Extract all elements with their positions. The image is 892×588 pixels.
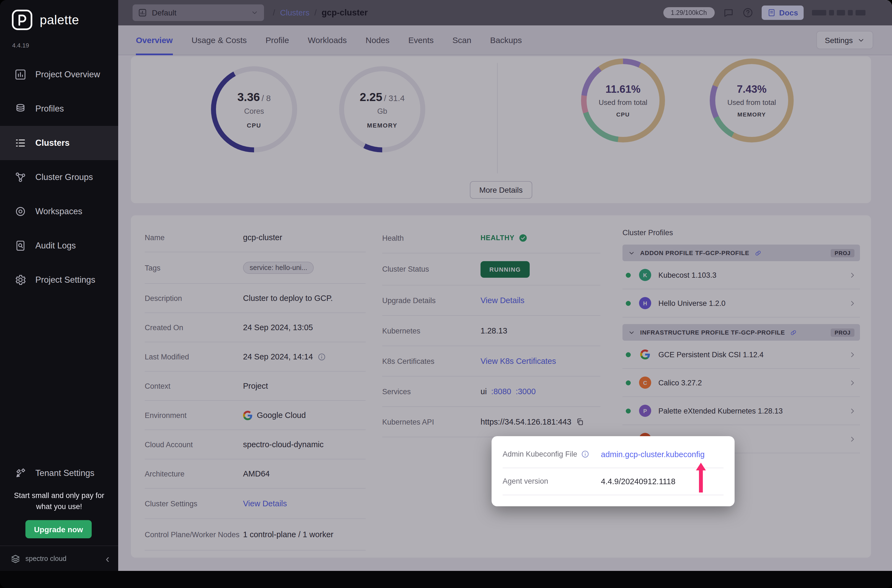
upgrade-view-details-link[interactable]: View Details [481,296,524,305]
spectro-cloud-label: spectro cloud [26,555,66,562]
sidebar-item-project-settings[interactable]: Project Settings [0,263,118,297]
sidebar-item-label: Project Overview [35,70,100,80]
upgrade-promo-text: Start small and only pay for what you us… [9,490,109,512]
upgrade-now-button[interactable]: Upgrade now [26,520,92,538]
field-value: Google Cloud [257,411,306,420]
check-circle-icon [518,234,527,242]
pack-status-dot [626,380,631,385]
admin-kubeconfig-download-link[interactable]: admin.gcp-cluster.kubeconfig [601,450,705,459]
sidebar-item-project-overview[interactable]: Project Overview [0,57,118,92]
tab-profile[interactable]: Profile [266,25,289,55]
row-services: Services ui :8080 :3000 [382,376,601,407]
pink-arrow-pointer [695,462,707,496]
profile-pack-gce-persistent-disk[interactable]: GCE Persistent Disk CSI 1.12.4 [622,340,860,369]
top-header-bar: Default / Clusters / gcp-cluster 1.29/10… [118,0,892,26]
sidebar-item-label: Cluster Groups [35,172,93,182]
infrastructure-profile-group-header[interactable]: INFRASTRUCTURE PROFILE TF-GCP-PROFILE PR… [622,324,860,340]
row-cloud-account: Cloud Account spectro-cloud-dynamic [145,430,366,459]
sidebar-item-label: Workspaces [35,207,82,216]
tab-usage-costs[interactable]: Usage & Costs [191,25,246,55]
profile-pack-calico[interactable]: C Calico 3.27.2 [622,369,860,397]
nodes-icon [14,171,27,183]
row-tags: Tags service: hello-uni... [145,252,366,284]
hello-universe-icon: H [639,297,651,309]
info-icon[interactable] [317,352,326,361]
tab-workloads[interactable]: Workloads [308,25,347,55]
field-label: Name [145,233,243,242]
running-status-badge[interactable]: RUNNING [481,261,530,278]
help-icon[interactable] [742,7,753,18]
service-port-3000-link[interactable]: :3000 [516,387,536,396]
sidebar-item-workspaces[interactable]: Workspaces [0,194,118,229]
tab-scan[interactable]: Scan [452,25,471,55]
row-upgrade-details: Upgrade Details View Details [382,285,601,316]
field-label: Tags [145,264,243,272]
sidebar-item-tenant-settings[interactable]: Tenant Settings [0,456,118,490]
palette-app-window: palette 4.4.19 Project Overview Profiles… [0,0,892,588]
sidebar-item-clusters[interactable]: Clusters [0,126,118,160]
link-icon [790,329,797,336]
field-label: Services [382,387,481,396]
field-label: Upgrade Details [382,296,481,304]
row-kubernetes: Kubernetes 1.28.13 [382,316,601,346]
field-value: AMD64 [243,469,270,478]
row-environment: Environment Google Cloud [145,401,366,430]
palette-logo-icon [11,9,33,31]
profile-pack-hello-universe[interactable]: H Hello Universe 1.2.0 [622,289,860,318]
field-label: Created On [145,323,243,332]
field-label: Admin Kubeconfig File [503,450,577,458]
field-label: Context [145,382,243,390]
sidebar-item-profiles[interactable]: Profiles [0,92,118,126]
addon-profile-group-header[interactable]: ADDON PROFILE TF-GCP-PROFILE PROJ [622,244,860,261]
docs-icon [767,8,776,17]
memory-donut-label: MEMORY [737,111,766,118]
profile-pack-kubecost[interactable]: K Kubecost 1.103.3 [622,261,860,289]
sidebar-item-cluster-groups[interactable]: Cluster Groups [0,160,118,194]
row-k8s-certificates: K8s Certificates View K8s Certificates [382,346,601,376]
memory-used-value: 2.25 [360,90,383,103]
gear-icon [14,274,27,286]
field-label: Control Plane/Worker Nodes [145,530,243,538]
cluster-tabs: Overview Usage & Costs Profile Workloads… [118,26,892,55]
collapse-sidebar-icon[interactable]: ‹ [106,553,110,564]
settings-button[interactable]: Settings [817,31,873,49]
more-details-button[interactable]: More Details [470,181,532,199]
agent-version-value: 4.4.9/20240912.1118 [601,477,676,486]
tab-nodes[interactable]: Nodes [366,25,390,55]
field-label: Kubernetes API [382,418,481,426]
row-context: Context Project [145,372,366,401]
chevron-right-icon [848,299,857,307]
tab-backups[interactable]: Backups [490,25,522,55]
pack-name: Hello Universe 1.2.0 [658,299,725,307]
sidebar-item-label: Profiles [35,104,64,114]
tools-icon [14,467,27,479]
sidebar-item-audit-logs[interactable]: Audit Logs [0,229,118,263]
kubecost-icon: K [639,269,651,281]
calico-icon: C [639,376,651,388]
tab-events[interactable]: Events [408,25,434,55]
chat-icon[interactable] [723,7,734,18]
profile-pack-palette-extended-k8s[interactable]: P Palette eXtended Kubernetes 1.28.13 [622,397,860,425]
redacted-user-info [812,10,865,15]
document-search-icon [14,240,27,252]
view-k8s-certificates-link[interactable]: View K8s Certificates [481,357,556,366]
project-selector-dropdown[interactable]: Default [132,4,264,21]
field-label: Cluster Status [382,265,481,273]
memory-label: MEMORY [367,122,397,128]
tab-overview[interactable]: Overview [136,25,173,55]
row-created-on: Created On 24 Sep 2024, 13:05 [145,313,366,342]
service-port-8080-link[interactable]: :8080 [491,387,511,396]
details-left-column: Name gcp-cluster Tags service: hello-uni… [145,223,366,550]
brand-name: palette [40,12,79,27]
sidebar-item-label: Clusters [35,138,70,148]
copy-icon[interactable] [576,417,585,426]
breadcrumb-clusters-link[interactable]: Clusters [280,8,309,17]
cluster-settings-view-details-link[interactable]: View Details [243,499,287,508]
info-icon[interactable] [581,450,589,458]
docs-button[interactable]: Docs [762,6,803,20]
project-selector-value: Default [152,8,176,17]
field-label: Last Modified [145,352,243,361]
row-description: Description Cluster to deploy to GCP. [145,284,366,313]
cpu-unit: Cores [244,107,264,115]
spectro-cloud-logo-icon [10,553,21,564]
